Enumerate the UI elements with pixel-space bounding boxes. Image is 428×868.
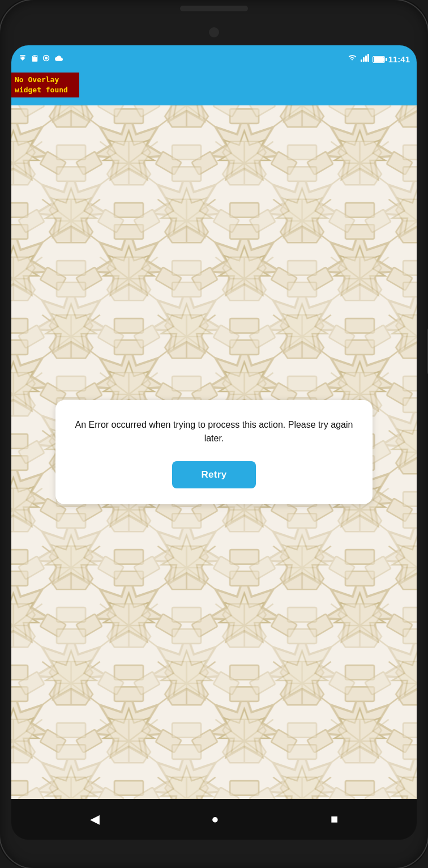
- status-icons-right: 11:41: [347, 54, 410, 64]
- retry-button[interactable]: Retry: [172, 461, 256, 488]
- front-camera: [209, 27, 219, 37]
- recents-button[interactable]: ■: [331, 812, 338, 827]
- phone-frame: 11:41 No Overlay widget found: [0, 0, 428, 868]
- overlay-error-badge: No Overlay widget found: [11, 73, 79, 97]
- battery-icon: [373, 54, 385, 64]
- main-content: An Error occurred when trying to process…: [11, 105, 417, 799]
- signal-icon: [361, 54, 369, 64]
- status-bar: 11:41: [11, 45, 417, 73]
- svg-point-1: [45, 57, 48, 59]
- error-message: An Error occurred when trying to process…: [69, 418, 359, 445]
- download-icon: [18, 54, 27, 65]
- cloud-icon: [54, 54, 64, 64]
- sd-card-icon: [31, 54, 38, 65]
- back-button[interactable]: ◀: [90, 812, 100, 827]
- screen: 11:41 No Overlay widget found: [11, 45, 417, 840]
- sync-icon: [42, 54, 50, 64]
- navigation-bar: ◀ ● ■: [11, 799, 417, 840]
- error-dialog: An Error occurred when trying to process…: [55, 400, 373, 504]
- wifi-icon: [347, 54, 357, 64]
- status-time: 11:41: [388, 54, 410, 64]
- home-button[interactable]: ●: [211, 812, 219, 827]
- speaker-grille: [180, 6, 248, 11]
- status-icons-left: [18, 54, 64, 65]
- app-toolbar: No Overlay widget found: [11, 73, 417, 105]
